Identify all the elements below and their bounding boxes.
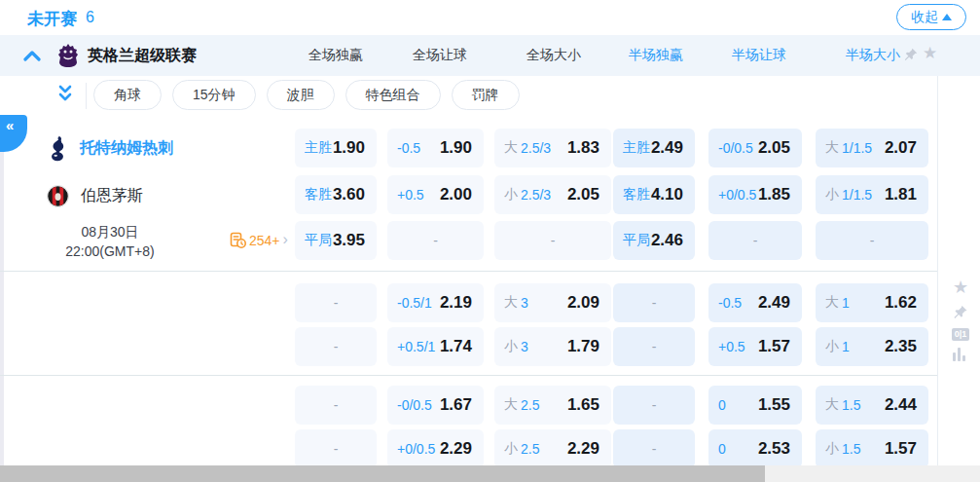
no-odds-dash: - bbox=[652, 295, 657, 311]
market-pill-4[interactable]: 罚牌 bbox=[452, 80, 520, 110]
odds-cell-empty: - bbox=[387, 221, 484, 260]
no-odds-dash: - bbox=[652, 397, 657, 413]
pin-icon[interactable] bbox=[951, 304, 970, 320]
odds-cell[interactable]: 大32.09 bbox=[494, 283, 611, 322]
odds-label: 1 bbox=[842, 339, 850, 354]
favorite-star-icon[interactable]: ★ bbox=[951, 278, 970, 296]
star-icon[interactable]: ★ bbox=[923, 45, 937, 61]
odds-value: 1.55 bbox=[758, 395, 790, 415]
odds-label: 1/1.5 bbox=[842, 140, 872, 156]
sidebar-collapse-tab[interactable]: « bbox=[0, 115, 27, 152]
odds-cell[interactable]: 客胜4.10 bbox=[613, 175, 695, 214]
odds-label: 主胜 bbox=[623, 139, 650, 157]
odds-cell[interactable]: -0.52.49 bbox=[708, 283, 802, 322]
odds-cell[interactable]: 大2.51.65 bbox=[494, 386, 611, 425]
odds-label: 客胜 bbox=[305, 186, 332, 204]
odds-cell[interactable]: 02.53 bbox=[708, 429, 802, 468]
odds-value: 2.53 bbox=[758, 439, 790, 459]
odds-label: 0 bbox=[718, 441, 726, 457]
collapse-button[interactable]: 收起 bbox=[896, 4, 966, 30]
away-team-row[interactable]: 伯恩茅斯 bbox=[47, 181, 143, 210]
odds-cell[interactable]: 小2.5/32.05 bbox=[494, 175, 611, 214]
odds-label: 1.5 bbox=[842, 397, 860, 413]
home-team-row[interactable]: 托特纳姆热刺 bbox=[47, 133, 173, 163]
no-odds-dash: - bbox=[334, 339, 339, 354]
odds-cell[interactable]: +0.51.57 bbox=[708, 327, 802, 366]
collapse-label: 收起 bbox=[911, 9, 938, 26]
odds-cell[interactable]: 主胜1.90 bbox=[295, 129, 377, 167]
pin-icon[interactable] bbox=[903, 47, 919, 62]
markets-count: 254+ bbox=[249, 233, 280, 248]
chevron-up-icon[interactable] bbox=[23, 49, 41, 62]
odds-label: 主胜 bbox=[305, 139, 332, 157]
odds-cell[interactable]: 01.55 bbox=[708, 386, 802, 425]
odds-cell[interactable]: 大11.62 bbox=[816, 283, 928, 322]
odds-cell[interactable]: 平局3.95 bbox=[295, 221, 377, 260]
odds-cell-empty: - bbox=[295, 429, 377, 468]
odds-value: 2.29 bbox=[440, 439, 472, 459]
no-odds-dash: - bbox=[433, 233, 438, 248]
no-odds-dash: - bbox=[334, 441, 339, 457]
double-chevron-down-icon[interactable] bbox=[56, 85, 74, 104]
odds-label: 3 bbox=[521, 339, 528, 354]
odds-label: +0/0.5 bbox=[718, 187, 756, 203]
odds-value: 1.90 bbox=[333, 138, 365, 158]
divider bbox=[937, 76, 938, 465]
tottenham-logo-icon bbox=[47, 134, 68, 162]
column-header-5[interactable]: 半场大小 bbox=[846, 47, 900, 64]
odds-value: 3.95 bbox=[333, 231, 365, 250]
odds-cell[interactable]: 小31.79 bbox=[494, 327, 611, 366]
odds-cell[interactable]: 小1.51.57 bbox=[816, 429, 928, 468]
odds-cell[interactable]: -0.5/12.19 bbox=[387, 283, 484, 322]
no-odds-dash: - bbox=[652, 441, 657, 457]
over-under-prefix: 小 bbox=[825, 440, 839, 458]
odds-cell[interactable]: 小2.52.29 bbox=[494, 429, 611, 468]
odds-cell[interactable]: -0/0.51.67 bbox=[387, 386, 484, 425]
no-odds-dash: - bbox=[334, 397, 339, 413]
league-header-row: 英格兰超级联赛 全场独赢全场让球全场大小半场独赢半场让球半场大小 ★ bbox=[0, 35, 980, 76]
odds-cell-empty: - bbox=[295, 283, 377, 322]
bournemouth-logo-icon bbox=[47, 185, 69, 207]
odds-label: 1 bbox=[842, 295, 850, 311]
odds-cell[interactable]: 大1.52.44 bbox=[816, 386, 928, 425]
over-under-prefix: 小 bbox=[504, 186, 518, 204]
horizontal-scrollbar-thumb[interactable] bbox=[0, 465, 765, 482]
column-header-1[interactable]: 全场让球 bbox=[413, 47, 467, 64]
no-odds-dash: - bbox=[652, 339, 657, 354]
odds-value: 2.44 bbox=[885, 395, 917, 415]
odds-format-01-icon[interactable]: 0|1 bbox=[952, 328, 969, 341]
odds-cell[interactable]: 平局2.46 bbox=[613, 221, 695, 260]
odds-cell[interactable]: 小1/1.51.81 bbox=[816, 175, 928, 214]
more-markets-link[interactable]: 254+ › bbox=[230, 232, 288, 248]
odds-cell-empty: - bbox=[295, 327, 377, 366]
odds-label: 1/1.5 bbox=[842, 187, 872, 203]
market-pill-3[interactable]: 特色组合 bbox=[345, 80, 441, 110]
market-pill-1[interactable]: 15分钟 bbox=[172, 80, 256, 110]
odds-cell[interactable]: 客胜3.60 bbox=[295, 175, 377, 214]
odds-cell[interactable]: +0.5/11.74 bbox=[387, 327, 484, 366]
match-date: 08月30日 bbox=[39, 222, 181, 241]
odds-cell[interactable]: +0.52.00 bbox=[387, 175, 484, 214]
column-header-0[interactable]: 全场独赢 bbox=[309, 47, 363, 64]
no-odds-dash: - bbox=[551, 233, 556, 248]
odds-cell[interactable]: 主胜2.49 bbox=[613, 129, 695, 167]
column-header-4[interactable]: 半场让球 bbox=[732, 47, 786, 64]
tab-not-started[interactable]: 未开赛 bbox=[27, 8, 77, 30]
odds-label: 2.5 bbox=[521, 397, 539, 413]
column-header-2[interactable]: 全场大小 bbox=[526, 47, 581, 64]
odds-cell[interactable]: -0.51.90 bbox=[387, 129, 484, 167]
column-header-3[interactable]: 半场独赢 bbox=[629, 47, 683, 64]
betting-app: 未开赛 6 收起 英格兰超级联赛 全场独赢全场让球全场大小半场独赢半场让球半场大… bbox=[0, 0, 980, 482]
odds-cell[interactable]: +0/0.52.29 bbox=[387, 429, 484, 468]
odds-cell[interactable]: 大1/1.52.07 bbox=[816, 129, 928, 167]
stats-chart-icon[interactable] bbox=[953, 348, 965, 361]
odds-cell[interactable]: -0/0.52.05 bbox=[708, 129, 802, 167]
odds-label: 0 bbox=[718, 397, 726, 413]
market-pill-0[interactable]: 角球 bbox=[93, 80, 162, 110]
no-odds-dash: - bbox=[753, 233, 758, 248]
odds-cell[interactable]: 大2.5/31.83 bbox=[494, 129, 611, 167]
away-team-name: 伯恩茅斯 bbox=[81, 186, 143, 206]
market-pill-2[interactable]: 波胆 bbox=[267, 80, 335, 110]
odds-cell[interactable]: +0/0.51.85 bbox=[708, 175, 802, 214]
odds-cell[interactable]: 小12.35 bbox=[816, 327, 928, 366]
